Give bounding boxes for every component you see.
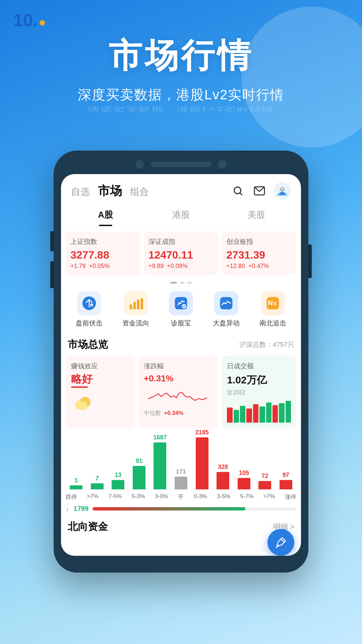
- tab-hk-shares[interactable]: 港股: [143, 205, 219, 226]
- tool-money-flow[interactable]: 资金流向: [122, 291, 149, 328]
- dist-col-0to3-up: 2185: [191, 429, 213, 489]
- dist-label-6: 平: [178, 493, 184, 501]
- top-banner: 10. 市场行情 深度买卖数据，港股Lv2实时行情 深度买卖数据，港股Lv2实时…: [0, 0, 362, 144]
- tab-a-shares[interactable]: A股: [68, 205, 143, 226]
- index-card-chuangye[interactable]: 创业板指 2731.39 +12.80 +0.47%: [222, 232, 296, 275]
- nav-tab-portfolio[interactable]: 组合: [130, 185, 149, 198]
- version-badge: 10.: [13, 10, 45, 30]
- market-total-count: 沪深总数：4757只: [239, 340, 295, 349]
- nav-tab-market[interactable]: 市场: [98, 183, 122, 199]
- phone-screen: 自选 市场 组合: [61, 174, 301, 556]
- index-card-shanghai[interactable]: 上证指数 3277.88 +1.79 +0.05%: [66, 232, 140, 275]
- nav-tab-watchlist[interactable]: 自选: [71, 185, 90, 198]
- dist-bar-5: [154, 442, 166, 489]
- dist-val-5: 1687: [153, 434, 167, 441]
- daily-volume-card[interactable]: 日成交额 1.02万亿 近20日: [222, 356, 296, 429]
- progress-bar: [93, 507, 296, 511]
- index-cards: 上证指数 3277.88 +1.79 +0.05% 深证成指 12470.11 …: [61, 226, 301, 280]
- north-funds-section: 北向资金 明细 >: [61, 517, 301, 539]
- money-effect-underline: [71, 386, 88, 388]
- dist-bar-11: [280, 480, 292, 489]
- svg-rect-7: [129, 305, 132, 310]
- shenzhen-value: 12470.11: [148, 249, 214, 261]
- daily-volume-label: 日成交额: [227, 362, 291, 371]
- index-card-shenzhen[interactable]: 深证成指 12470.11 +9.89 +0.08%: [144, 232, 219, 275]
- side-button-right: [308, 245, 312, 278]
- shanghai-change: +1.79 +0.05%: [70, 263, 136, 270]
- north-funds-title: 北向资金: [68, 520, 108, 534]
- dist-label-8: 3-5%: [217, 493, 230, 501]
- dist-val-10: 72: [261, 473, 268, 480]
- svg-point-0: [234, 187, 241, 194]
- search-button[interactable]: [231, 183, 245, 198]
- avatar-button[interactable]: [274, 182, 291, 200]
- rise-fall-label: 涨跌幅: [144, 362, 213, 371]
- tool-panqian[interactable]: 盘前伏击: [76, 291, 103, 328]
- phone-top-bar: [61, 160, 301, 169]
- fab-button[interactable]: [267, 529, 294, 556]
- app-header: 自选 市场 组合: [61, 174, 301, 205]
- dist-label-5: 3-0%: [155, 493, 168, 501]
- panqian-icon: [77, 291, 101, 315]
- dist-bar-4: [133, 466, 145, 489]
- dist-val-9: 105: [239, 470, 249, 477]
- dist-bar-1: [70, 485, 82, 489]
- distribution-chart: 1 7 13 91: [61, 433, 301, 501]
- version-number: 10.: [13, 10, 38, 30]
- rise-fall-value: +0.31%: [144, 373, 213, 384]
- dist-bar-2: [91, 483, 104, 489]
- money-effect-card[interactable]: 赚钱效应 略好: [66, 356, 135, 429]
- header-icons: [231, 182, 291, 200]
- chuangye-change: +12.80 +0.47%: [226, 263, 292, 270]
- dist-val-6: 171: [176, 468, 186, 475]
- dist-bar-3: [112, 480, 124, 489]
- dist-val-3: 13: [115, 472, 121, 479]
- tool-market-change[interactable]: 大盘异动: [213, 291, 240, 328]
- money-flow-icon: [124, 291, 148, 315]
- dist-col-flat: 171: [171, 468, 192, 489]
- version-dot: [40, 20, 45, 25]
- tool-south-north[interactable]: N S 南北追击: [259, 291, 286, 328]
- dist-label-9: 5-7%: [240, 493, 254, 501]
- south-north-icon: N S: [261, 291, 285, 315]
- zhengubao-icon: [169, 291, 193, 315]
- side-button-left-top: [50, 231, 54, 251]
- svg-rect-10: [140, 298, 143, 309]
- side-button-left-bottom: [50, 261, 54, 288]
- daily-volume-sub: 近20日: [227, 388, 291, 396]
- dist-col-5to3-down: 91: [129, 458, 150, 489]
- dist-labels: 跌停 >7% 7-5% 5-3% 3-0% 平 0-3% 3-5% 5-7% >…: [66, 490, 296, 501]
- dot-1: [170, 282, 177, 284]
- dist-label-3: 7-5%: [109, 493, 122, 501]
- progress-section: ↓ 1799: [61, 501, 301, 517]
- tab-us-shares[interactable]: 美股: [219, 205, 294, 226]
- progress-bar-fill: [93, 507, 245, 511]
- dist-col-5to7-up: 105: [233, 470, 254, 489]
- shanghai-value: 3277.88: [70, 249, 136, 261]
- market-change-label: 大盘异动: [213, 319, 240, 328]
- svg-point-4: [280, 187, 284, 191]
- dist-col-diting: 1: [66, 477, 87, 489]
- deco-circle: [241, 7, 362, 148]
- dist-col-gt7-up: 72: [254, 473, 276, 489]
- dist-col-zhangtting: 97: [275, 472, 296, 489]
- mail-button[interactable]: [252, 183, 267, 198]
- panqian-label: 盘前伏击: [76, 319, 103, 328]
- chuangye-value: 2731.39: [226, 249, 292, 261]
- tool-zhengubao[interactable]: 诊股宝: [169, 291, 193, 328]
- progress-down-value: ↓ 1799: [66, 505, 88, 513]
- dist-col-3to0-down: 1687: [149, 434, 171, 489]
- shenzhen-change: +9.89 +0.08%: [148, 263, 214, 270]
- market-overview-title: 市场总览: [68, 338, 108, 352]
- rise-fall-card[interactable]: 涨跌幅 +0.31% 中位数 +0.34%: [138, 356, 219, 429]
- dist-val-2: 7: [96, 475, 99, 482]
- dot-2: [180, 282, 184, 284]
- chuangye-label: 创业板指: [226, 237, 292, 246]
- dist-col-3to5-up: 328: [213, 464, 234, 489]
- daily-volume-value: 1.02万亿: [227, 373, 291, 387]
- dist-label-10: >7%: [263, 493, 275, 501]
- dist-bar-9: [238, 478, 250, 489]
- sparkline-chart: [144, 384, 213, 407]
- banner-subtitle-mirror: 深度买卖数据，港股Lv2实时行情: [20, 105, 342, 113]
- dist-bar-8: [217, 472, 229, 489]
